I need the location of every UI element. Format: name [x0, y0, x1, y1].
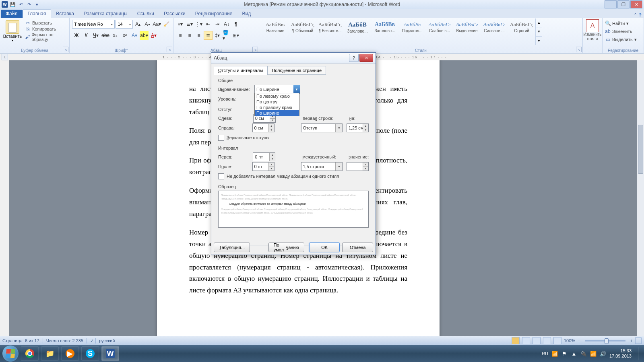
- at-spinner[interactable]: ▲▼: [347, 162, 369, 171]
- shading-button[interactable]: 🪣▾: [222, 31, 231, 40]
- numbering-button[interactable]: ≣▾: [185, 20, 194, 29]
- style-item[interactable]: АаБбВвГг,¶ Без инте...: [316, 19, 344, 45]
- tray-up-icon[interactable]: ▲: [571, 350, 577, 357]
- shrink-font-button[interactable]: A▾: [143, 20, 151, 29]
- style-item[interactable]: АаБбВвПодзагол...: [398, 19, 426, 45]
- proofing-icon[interactable]: ✓: [90, 338, 94, 343]
- default-button[interactable]: По умолчанию: [268, 243, 304, 252]
- tray-language[interactable]: RU: [542, 351, 548, 356]
- taskbar-word[interactable]: W: [101, 346, 119, 361]
- dialog-help-button[interactable]: ?: [349, 54, 359, 62]
- tab-references[interactable]: Ссылки: [132, 10, 159, 18]
- paste-button[interactable]: Вставить ▾: [2, 19, 23, 44]
- tab-layout[interactable]: Разметка страницы: [79, 10, 132, 18]
- style-item[interactable]: АаБбВвГг,¶ Обычный: [289, 19, 316, 45]
- sort-button[interactable]: A↓: [222, 20, 231, 29]
- subscript-button[interactable]: x₂: [111, 31, 120, 40]
- zoom-level[interactable]: 100%: [564, 338, 575, 343]
- superscript-button[interactable]: x²: [120, 31, 129, 40]
- noadd-checkbox[interactable]: [218, 173, 224, 179]
- tab-mailings[interactable]: Рассылки: [159, 10, 190, 18]
- styles-up[interactable]: ▲: [536, 19, 542, 27]
- zoom-slider[interactable]: [585, 340, 625, 341]
- font-color-button[interactable]: A▾: [149, 31, 158, 40]
- status-words[interactable]: Число слов: 2 235: [46, 338, 83, 343]
- zoom-out-button[interactable]: −: [578, 338, 580, 343]
- bold-button[interactable]: Ж: [72, 31, 81, 40]
- tray-action-icon[interactable]: ⚑: [561, 350, 568, 357]
- style-item[interactable]: АаБбВвЗаголово...: [371, 19, 398, 45]
- multilevel-button[interactable]: ⋮▾: [194, 20, 203, 29]
- bullets-button[interactable]: ≡▾: [176, 20, 185, 29]
- scrollbar-thumb[interactable]: [638, 125, 643, 174]
- tray-wifi-icon[interactable]: 📶: [590, 350, 597, 357]
- view-web[interactable]: [533, 337, 541, 344]
- tray-volume-icon[interactable]: 🔊: [600, 350, 606, 357]
- styles-down[interactable]: ▼: [536, 27, 542, 36]
- font-name-combo[interactable]: Times New Ro▾: [72, 20, 115, 29]
- strike-button[interactable]: abc: [101, 31, 110, 40]
- highlight-button[interactable]: ab▾: [140, 31, 149, 40]
- dialog-title-bar[interactable]: Абзац ? ✕: [211, 53, 376, 64]
- clear-formatting-button[interactable]: 🧹: [162, 20, 171, 29]
- dd-option-center[interactable]: По центру: [255, 99, 299, 105]
- redo-icon[interactable]: ↷: [26, 1, 32, 8]
- maximize-button[interactable]: ❐: [617, 0, 630, 8]
- dd-option-right[interactable]: По правому краю: [255, 105, 299, 110]
- grow-font-button[interactable]: A▴: [134, 20, 142, 29]
- tab-home[interactable]: Главная: [23, 9, 52, 18]
- right-indent-spinner[interactable]: 0 см▲▼: [252, 123, 275, 132]
- style-item[interactable]: АаБбВвГг,Строгий: [508, 19, 535, 45]
- increase-indent-button[interactable]: ⇥: [213, 20, 222, 29]
- align-center-button[interactable]: ≡: [185, 31, 194, 40]
- align-left-button[interactable]: ≡: [176, 31, 185, 40]
- tray-clock[interactable]: 15:33 17.09.2013: [609, 348, 635, 359]
- tab-file[interactable]: Файл: [1, 10, 23, 18]
- styles-more[interactable]: ▼: [536, 37, 542, 45]
- dd-option-left[interactable]: По левому краю: [255, 93, 299, 99]
- tray-power-icon[interactable]: 🔌: [580, 350, 587, 357]
- show-desktop-button[interactable]: [638, 347, 642, 360]
- mirror-checkbox[interactable]: [218, 135, 224, 141]
- view-print-layout[interactable]: [512, 337, 520, 344]
- text-effects-button[interactable]: A▾: [130, 31, 139, 40]
- replace-button[interactable]: abЗаменить: [605, 27, 641, 35]
- vertical-scrollbar[interactable]: [637, 60, 644, 350]
- after-spinner[interactable]: 0 пт▲▼: [252, 162, 275, 171]
- style-item[interactable]: АаБбВЗаголово...: [344, 19, 371, 45]
- qat-dropdown-icon[interactable]: ▾: [34, 1, 40, 8]
- view-fullscreen[interactable]: [522, 337, 530, 344]
- dialog-tab-position[interactable]: Положение на странице: [267, 66, 326, 75]
- align-right-button[interactable]: ≡: [194, 31, 203, 40]
- style-item[interactable]: АаБбВвГгСлабое в...: [426, 19, 453, 45]
- borders-button[interactable]: ⊞▾: [231, 31, 240, 40]
- copy-button[interactable]: ⎘Копировать: [25, 26, 67, 32]
- taskbar-chrome[interactable]: [21, 346, 39, 361]
- cut-button[interactable]: ✂Вырезать: [25, 20, 67, 26]
- dd-option-justify[interactable]: По ширине: [255, 110, 299, 116]
- style-item[interactable]: АаБбВвГгСильное ...: [481, 19, 508, 45]
- change-styles-button[interactable]: A Изменить стили: [583, 18, 603, 53]
- style-item[interactable]: АаБбВв›Название: [262, 19, 289, 45]
- alignment-combo[interactable]: По ширине▼ По левому краю По центру По п…: [254, 85, 300, 94]
- line-spacing-button[interactable]: ‡▾: [213, 31, 222, 40]
- ribbon-minimize-icon[interactable]: ⌃: [634, 12, 637, 18]
- minimize-button[interactable]: —: [605, 0, 617, 8]
- taskbar-media[interactable]: ▶: [61, 346, 79, 361]
- clipboard-launcher[interactable]: ↘: [63, 47, 68, 52]
- undo-icon[interactable]: ↶: [18, 1, 24, 8]
- by-spinner[interactable]: 1,25 см▲▼: [347, 123, 369, 132]
- paragraph-launcher[interactable]: ↘: [252, 47, 258, 52]
- zoom-thumb[interactable]: [605, 338, 609, 344]
- italic-button[interactable]: К: [82, 31, 91, 40]
- before-spinner[interactable]: 0 пт▲▼: [253, 152, 275, 161]
- save-icon[interactable]: 💾: [10, 1, 16, 8]
- change-case-button[interactable]: Aa▾: [153, 20, 161, 29]
- firstline-combo[interactable]: Отступ▼: [301, 123, 343, 132]
- view-draft[interactable]: [553, 337, 561, 344]
- select-button[interactable]: ▭Выделить ▾: [605, 35, 641, 43]
- tab-view[interactable]: Вид: [237, 10, 256, 18]
- cancel-button[interactable]: Отмена: [342, 243, 373, 252]
- styles-launcher[interactable]: ↘: [576, 47, 582, 52]
- status-page[interactable]: Страница: 6 из 17: [2, 338, 39, 343]
